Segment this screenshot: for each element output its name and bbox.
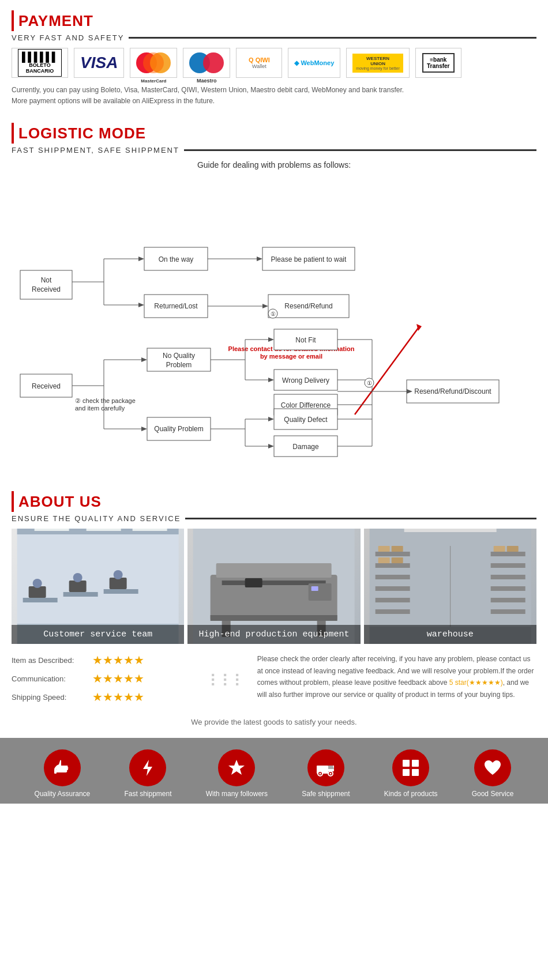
payment-header-bar bbox=[12, 10, 14, 31]
grid-icon bbox=[400, 757, 421, 778]
safe-shipment-label: Safe shippment bbox=[302, 790, 350, 798]
svg-marker-63 bbox=[268, 444, 274, 448]
payment-subtitle: VERY FAST AND SAFETY bbox=[12, 33, 536, 42]
svg-rect-85 bbox=[104, 589, 138, 594]
payment-subtitle-line bbox=[129, 37, 536, 39]
payment-header: PAYMENT bbox=[12, 10, 536, 31]
svg-rect-111 bbox=[375, 586, 410, 591]
boleto-logo: ▌▌▌▌▌▌ BOLETO BANCARIO bbox=[12, 48, 68, 78]
svg-rect-112 bbox=[375, 598, 410, 602]
icon-products: Kinds of products bbox=[384, 749, 438, 798]
svg-point-91 bbox=[114, 570, 123, 579]
mastercard-logo: MasterCard bbox=[130, 48, 177, 78]
svg-rect-83 bbox=[23, 598, 58, 602]
svg-text:Damage: Damage bbox=[292, 443, 319, 451]
logistic-header-bar bbox=[12, 123, 14, 144]
svg-text:and item carefully: and item carefully bbox=[75, 405, 125, 412]
icon-quality-assurance: Quality Assurance bbox=[35, 749, 91, 798]
svg-point-89 bbox=[33, 579, 42, 588]
good-service-label: Good Service bbox=[472, 790, 514, 798]
svg-rect-141 bbox=[412, 769, 419, 776]
svg-marker-15 bbox=[257, 257, 262, 261]
svg-marker-33 bbox=[141, 357, 147, 362]
svg-rect-110 bbox=[375, 575, 410, 579]
icon-good-service: Good Service bbox=[472, 749, 514, 798]
svg-text:Please be patient to wait: Please be patient to wait bbox=[271, 255, 347, 263]
logistic-subtitle: FAST SHIPPMENT, SAFE SHIPPMENT bbox=[12, 146, 536, 154]
icon-fast-shipment: Fast shippment bbox=[124, 749, 171, 798]
svg-text:①: ① bbox=[271, 311, 276, 317]
svg-rect-95 bbox=[133, 529, 167, 531]
svg-rect-93 bbox=[35, 529, 69, 531]
about-subtitle-line bbox=[185, 518, 536, 519]
svg-text:by message or email: by message or email bbox=[260, 353, 322, 360]
icon-followers: With many followers bbox=[206, 749, 268, 798]
about-title: ABOUT US bbox=[18, 493, 102, 511]
svg-point-136 bbox=[319, 773, 321, 775]
fast-shipment-label: Fast shippment bbox=[124, 790, 171, 798]
svg-rect-100 bbox=[245, 578, 262, 587]
svg-marker-60 bbox=[268, 417, 274, 421]
fast-shipment-circle bbox=[129, 749, 166, 786]
svg-rect-116 bbox=[490, 575, 525, 579]
truck-icon bbox=[316, 757, 336, 778]
svg-text:Quality Problem: Quality Problem bbox=[154, 425, 203, 433]
svg-rect-109 bbox=[375, 563, 410, 568]
svg-text:Quality Defect: Quality Defect bbox=[284, 416, 328, 424]
machine-label: High-end production equipment bbox=[187, 625, 360, 644]
svg-rect-140 bbox=[403, 769, 410, 776]
svg-text:Wrong Delivery: Wrong Delivery bbox=[282, 376, 329, 385]
bottom-icons-row: Quality Assurance Fast shippment With ma… bbox=[0, 749, 548, 798]
svg-rect-98 bbox=[216, 563, 332, 578]
svg-rect-118 bbox=[490, 598, 525, 602]
good-service-circle bbox=[474, 749, 511, 786]
office-label: Customer service team bbox=[12, 625, 184, 644]
rating-stars-described: ★★★★★ bbox=[92, 653, 144, 667]
visa-logo: VISA bbox=[74, 48, 124, 78]
star-icon bbox=[226, 757, 247, 778]
logistic-subtitle-line bbox=[184, 149, 536, 151]
icon-safe-shipment: Safe shippment bbox=[302, 749, 350, 798]
bottom-icons-section: Quality Assurance Fast shippment With ma… bbox=[0, 738, 548, 804]
svg-text:Resend/Refund: Resend/Refund bbox=[284, 302, 332, 310]
quality-assurance-circle bbox=[44, 749, 81, 786]
svg-rect-113 bbox=[375, 609, 410, 614]
guide-title: Guide for dealing with problems as follo… bbox=[12, 160, 536, 169]
about-header: ABOUT US bbox=[12, 491, 536, 512]
svg-point-137 bbox=[329, 773, 331, 775]
svg-rect-115 bbox=[490, 563, 525, 568]
warehouse-label: warehouse bbox=[364, 625, 536, 644]
svg-rect-138 bbox=[403, 760, 410, 767]
svg-rect-120 bbox=[378, 546, 389, 552]
svg-rect-105 bbox=[211, 615, 337, 621]
payment-title: PAYMENT bbox=[18, 12, 93, 30]
svg-marker-48 bbox=[268, 337, 274, 342]
svg-text:①: ① bbox=[367, 380, 372, 386]
svg-rect-121 bbox=[391, 546, 403, 552]
followers-label: With many followers bbox=[206, 790, 268, 798]
arrow-symbol: ⠇⠇⠇ bbox=[209, 653, 246, 708]
svg-rect-123 bbox=[391, 557, 403, 563]
svg-rect-119 bbox=[490, 609, 525, 614]
svg-marker-19 bbox=[262, 304, 268, 308]
svg-rect-128 bbox=[54, 769, 57, 774]
payment-logos: ▌▌▌▌▌▌ BOLETO BANCARIO VISA MasterCard M… bbox=[12, 48, 536, 78]
ratings-row: Item as Described: ★★★★★ Communication: … bbox=[12, 653, 536, 708]
svg-rect-124 bbox=[493, 546, 505, 552]
svg-rect-94 bbox=[87, 529, 121, 531]
about-section: ABOUT US ENSURE THE QUALITY AND SERVICE bbox=[0, 481, 548, 738]
svg-text:② check the package: ② check the package bbox=[75, 397, 136, 404]
svg-marker-130 bbox=[228, 760, 245, 775]
svg-rect-84 bbox=[63, 592, 98, 597]
feedback-text: Please check the order clearly after rec… bbox=[257, 653, 536, 708]
products-circle bbox=[392, 749, 429, 786]
rating-stars-communication: ★★★★★ bbox=[92, 672, 144, 685]
svg-marker-129 bbox=[143, 760, 152, 776]
safe-shipment-circle bbox=[307, 749, 344, 786]
maestro-logo: Maestro bbox=[183, 48, 230, 78]
bank-transfer-logo: ≡bank Transfer bbox=[415, 48, 461, 78]
rating-item-described: Item as Described: ★★★★★ bbox=[12, 653, 198, 667]
svg-text:Color Difference: Color Difference bbox=[281, 401, 331, 409]
svg-rect-114 bbox=[490, 552, 525, 556]
western-union-logo: WESTERN UNION moving money for better bbox=[346, 48, 409, 78]
